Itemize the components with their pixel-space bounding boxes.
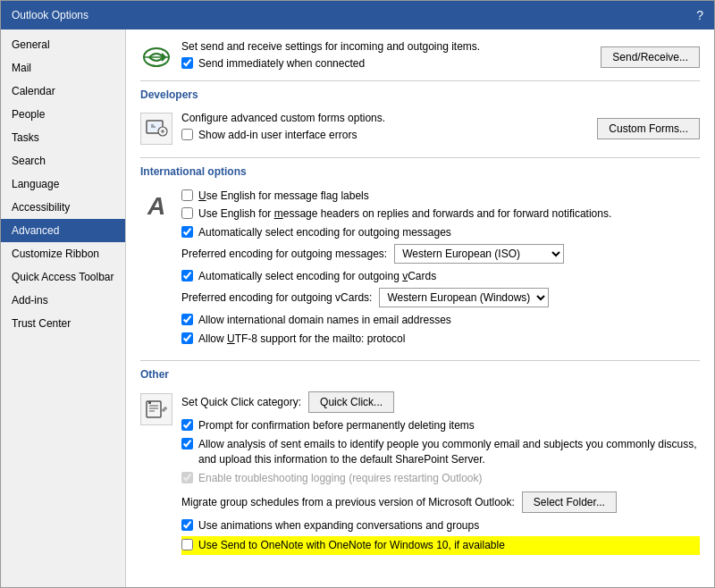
quick-click-row: Set Quick Click category: Quick Click...	[181, 391, 700, 413]
custom-forms-button[interactable]: Custom Forms...	[597, 118, 700, 139]
divider-3	[140, 360, 700, 361]
sidebar-item-customize-ribbon[interactable]: Customize Ribbon	[1, 242, 125, 265]
divider-1	[140, 80, 700, 81]
onenote-label: Use Send to OneNote with OneNote for Win…	[198, 538, 505, 553]
english-flags-row: Use English for message flag labels	[181, 189, 700, 204]
international-header: International options	[140, 165, 700, 181]
quick-click-button[interactable]: Quick Click...	[308, 391, 394, 413]
utf8-row: Allow UTF-8 support for the mailto: prot…	[181, 332, 700, 347]
select-folder-button[interactable]: Select Folder...	[522, 491, 617, 513]
english-headers-checkbox[interactable]	[181, 207, 193, 219]
title-bar: Outlook Options ?	[1, 1, 714, 29]
allow-analysis-row: Allow analysis of sent emails to identif…	[181, 437, 700, 467]
other-icon	[140, 393, 172, 425]
send-receive-text: Set send and receive settings for incomi…	[181, 40, 480, 53]
sidebar-item-search[interactable]: Search	[1, 149, 125, 172]
window-title: Outlook Options	[12, 9, 88, 21]
send-immediately-row: Send immediately when connected	[181, 56, 480, 71]
main-content: Set send and receive settings for incomi…	[126, 29, 714, 587]
migrate-label: Migrate group schedules from a previous …	[181, 496, 515, 508]
sidebar-item-language[interactable]: Language	[1, 172, 125, 196]
send-immediately-label: Send immediately when connected	[198, 56, 365, 71]
send-receive-section: Set send and receive settings for incomi…	[140, 40, 700, 75]
help-button[interactable]: ?	[696, 8, 703, 22]
content-area: GeneralMailCalendarPeopleTasksSearchLang…	[1, 29, 714, 587]
sidebar-item-people[interactable]: People	[1, 103, 125, 126]
sidebar-item-quick-access[interactable]: Quick Access Toolbar	[1, 265, 125, 289]
animate-checkbox[interactable]	[181, 519, 193, 531]
confirm-delete-checkbox[interactable]	[181, 419, 193, 431]
sidebar-item-tasks[interactable]: Tasks	[1, 126, 125, 149]
english-headers-row: Use English for message headers on repli…	[181, 206, 700, 222]
sidebar: GeneralMailCalendarPeopleTasksSearchLang…	[1, 29, 126, 587]
sidebar-item-general[interactable]: General	[1, 33, 125, 56]
intl-domains-checkbox[interactable]	[181, 314, 193, 325]
encoding-vcards-label: Preferred encoding for outgoing vCards:	[181, 291, 372, 304]
send-receive-desc: Set send and receive settings for incomi…	[181, 40, 480, 75]
encoding-vcards-row: Preferred encoding for outgoing vCards: …	[181, 288, 700, 307]
utf8-label: Allow UTF-8 support for the mailto: prot…	[198, 332, 405, 347]
intl-domains-row: Allow international domain names in emai…	[181, 313, 700, 328]
encoding-vcards-select[interactable]: Western European (Windows) UTF-8 Western…	[379, 288, 549, 307]
onenote-checkbox[interactable]	[181, 539, 193, 550]
send-immediately-checkbox[interactable]	[181, 57, 193, 69]
addin-errors-label: Show add-in user interface errors	[198, 128, 357, 143]
allow-analysis-checkbox[interactable]	[181, 438, 193, 449]
migrate-row: Migrate group schedules from a previous …	[181, 491, 700, 513]
send-receive-icon	[140, 44, 172, 71]
sidebar-item-trust-center[interactable]: Trust Center	[1, 312, 125, 335]
international-section: International options A Use English for …	[140, 165, 700, 350]
confirm-delete-row: Prompt for confirmation before permanent…	[181, 418, 700, 433]
auto-encode-vcards-checkbox[interactable]	[181, 270, 193, 281]
developers-content: Configure advanced custom forms options.…	[181, 112, 385, 147]
addin-errors-checkbox[interactable]	[181, 129, 193, 140]
sidebar-item-calendar[interactable]: Calendar	[1, 80, 125, 103]
allow-analysis-label: Allow analysis of sent emails to identif…	[198, 437, 697, 467]
intl-domains-label: Allow international domain names in emai…	[198, 313, 451, 328]
quick-click-label: Set Quick Click category:	[181, 396, 301, 408]
encoding-outgoing-row: Preferred encoding for outgoing messages…	[181, 244, 700, 264]
developers-row: Configure advanced custom forms options.…	[140, 112, 700, 147]
encoding-outgoing-label: Preferred encoding for outgoing messages…	[181, 248, 387, 260]
animate-label: Use animations when expanding conversati…	[198, 518, 479, 533]
english-flags-checkbox[interactable]	[181, 189, 193, 201]
confirm-delete-label: Prompt for confirmation before permanent…	[198, 418, 475, 433]
international-icon: A	[140, 190, 172, 223]
send-receive-button[interactable]: Send/Receive...	[601, 46, 700, 68]
international-content: A Use English for message flag labels Us…	[140, 189, 700, 350]
animate-row: Use animations when expanding conversati…	[181, 518, 700, 533]
other-content: Set Quick Click category: Quick Click...…	[140, 391, 700, 559]
english-headers-label: Use English for message headers on repli…	[198, 206, 611, 222]
other-header: Other	[140, 368, 700, 384]
other-options: Set Quick Click category: Quick Click...…	[181, 391, 700, 559]
auto-encode-vcards-row: Automatically select encoding for outgoi…	[181, 269, 700, 284]
auto-encode-vcards-label: Automatically select encoding for outgoi…	[198, 269, 436, 284]
send-receive-left: Set send and receive settings for incomi…	[140, 40, 480, 75]
sidebar-item-accessibility[interactable]: Accessibility	[1, 196, 125, 219]
divider-2	[140, 157, 700, 158]
outlook-options-window: Outlook Options ? GeneralMailCalendarPeo…	[0, 0, 715, 588]
developers-left: Configure advanced custom forms options.…	[140, 112, 385, 147]
developers-desc: Configure advanced custom forms options.	[181, 112, 385, 124]
sidebar-item-add-ins[interactable]: Add-ins	[1, 289, 125, 312]
onenote-row: Use Send to OneNote with OneNote for Win…	[181, 536, 700, 555]
encoding-outgoing-select[interactable]: Western European (ISO) UTF-8 Western Eur…	[394, 244, 564, 264]
developers-icon	[140, 113, 172, 145]
international-options: Use English for message flag labels Use …	[181, 189, 700, 350]
auto-encode-label: Automatically select encoding for outgoi…	[198, 225, 451, 240]
auto-encode-checkbox[interactable]	[181, 226, 193, 238]
other-section: Other Set Quick	[140, 368, 700, 559]
sidebar-item-advanced[interactable]: Advanced	[1, 219, 125, 242]
english-flags-label: Use English for message flag labels	[198, 189, 369, 204]
addin-errors-row: Show add-in user interface errors	[181, 128, 385, 143]
sidebar-item-mail[interactable]: Mail	[1, 56, 125, 80]
troubleshoot-checkbox[interactable]	[181, 472, 193, 483]
developers-section: Developers	[140, 88, 700, 147]
troubleshoot-row: Enable troubleshooting logging (requires…	[181, 471, 700, 486]
auto-encode-row: Automatically select encoding for outgoi…	[181, 225, 700, 240]
svg-rect-13	[148, 401, 151, 404]
troubleshoot-label: Enable troubleshooting logging (requires…	[198, 471, 483, 486]
developers-header: Developers	[140, 88, 700, 105]
utf8-checkbox[interactable]	[181, 332, 193, 344]
